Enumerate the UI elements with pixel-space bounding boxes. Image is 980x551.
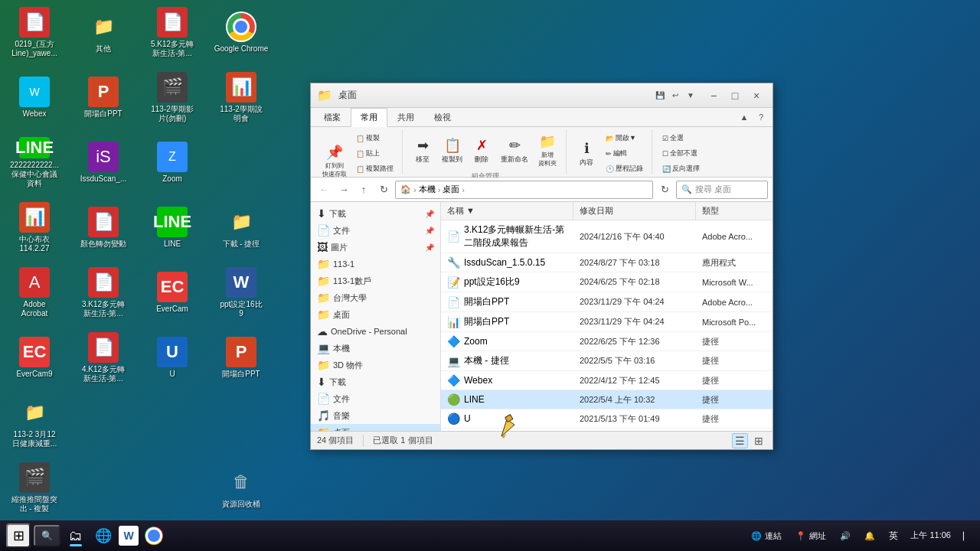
sidebar-item-113-1-num[interactable]: 📁 113-1數戶: [311, 272, 440, 289]
search-bar[interactable]: 🔍 搜尋 桌面: [676, 181, 768, 199]
large-icons-view-btn[interactable]: ⊞: [751, 433, 766, 448]
desktop-icon-acrobat[interactable]: A AdobeAcrobat: [4, 264, 65, 321]
desktop-icon-color-change[interactable]: 📄 顏色轉勿變動: [73, 199, 134, 256]
sidebar-item-docs2[interactable]: 📄 文件: [311, 390, 440, 407]
desktop-icon-0219[interactable]: 📄 0219_(互方Line)_yawe...: [4, 4, 65, 61]
desktop-icon-webex[interactable]: W Webex: [4, 69, 65, 126]
ribbon-tab-home[interactable]: 常用: [351, 108, 387, 127]
taskbar-network[interactable]: 🌐 連結: [746, 530, 786, 542]
file-row[interactable]: 📝 ppt設定16比9 2024/6/25 下午 02:18 Microsoft…: [441, 272, 773, 292]
desktop-icon-u[interactable]: U U: [142, 329, 203, 386]
history-btn[interactable]: 🕐歷程記錄: [602, 161, 647, 176]
desktop-icon-download-link[interactable]: 📁 下載 - 捷徑: [211, 199, 272, 256]
taskbar-file-explorer[interactable]: 🗂: [64, 523, 88, 548]
quick-undo-btn[interactable]: ↩: [668, 89, 682, 103]
taskbar-location[interactable]: 📍 網址: [791, 530, 831, 542]
sidebar-item-music[interactable]: 🎵 音樂: [311, 407, 440, 424]
sidebar-item-3d[interactable]: 📁 3D 物件: [311, 357, 440, 373]
taskbar-clock[interactable]: 上午 11:06: [907, 530, 954, 541]
move-to-btn[interactable]: ➡ 移至: [409, 135, 436, 167]
up-button[interactable]: ↑: [355, 181, 372, 198]
desktop-icon-chrome[interactable]: Google Chrome: [211, 4, 272, 61]
details-view-btn[interactable]: ☰: [732, 433, 748, 448]
invert-select-btn[interactable]: 🔄反向選擇: [658, 161, 704, 176]
delete-btn[interactable]: ✗ 刪除: [468, 135, 495, 167]
desktop-icon-kaichang-ppt[interactable]: P 開場白PPT: [73, 69, 134, 126]
back-button[interactable]: ←: [315, 181, 332, 198]
file-row[interactable]: 📄 3.K12多元轉輾新生活-第二階段成果報告 2024/12/16 下午 04…: [441, 220, 773, 253]
sidebar-item-documents[interactable]: 📄 文件 📌: [311, 222, 440, 239]
desktop-icon-evercam[interactable]: EC EverCam: [142, 264, 203, 321]
desktop-icon-zoom[interactable]: Z Zoom: [142, 134, 203, 191]
ribbon-tab-view[interactable]: 檢視: [424, 108, 461, 127]
new-folder-btn[interactable]: 📁 新增資料夾: [534, 131, 561, 170]
sidebar-item-113-1[interactable]: 📁 113-1: [311, 256, 440, 272]
start-button[interactable]: ⊞: [6, 523, 31, 548]
sidebar-item-dl[interactable]: ⬇ 下載: [311, 373, 440, 390]
file-row[interactable]: 🔧 IssduScan_1.5.0.15 2024/8/27 下午 03:18 …: [441, 253, 773, 272]
ribbon-tab-file[interactable]: 檔案: [314, 108, 351, 127]
desktop-icon-other-folder[interactable]: 📁 其他: [73, 4, 134, 61]
file-row[interactable]: 🔷 Zoom 2022/6/25 下午 12:36 捷徑: [441, 332, 773, 351]
sidebar-item-pictures[interactable]: 🖼 圖片 📌: [311, 239, 440, 256]
taskbar-word[interactable]: W: [119, 526, 139, 546]
desktop-icon-k12-5[interactable]: 📄 5.K12多元轉新生活-第...: [142, 4, 203, 61]
forward-button[interactable]: →: [335, 181, 352, 198]
desktop-icon-recycle-bin[interactable]: 🗑 資源回收桶: [211, 459, 272, 517]
close-button[interactable]: ×: [746, 88, 766, 103]
open-btn[interactable]: 📂開啟▼: [602, 131, 647, 145]
sidebar-item-desktop-selected[interactable]: 📁 桌面: [311, 424, 440, 431]
rename-btn[interactable]: ✏ 重新命名: [497, 135, 532, 167]
desktop-icon-k12-4[interactable]: 📄 4.K12多元轉新生活-第...: [73, 329, 134, 386]
sidebar-item-desktop[interactable]: 📁 桌面: [311, 306, 440, 323]
minimize-button[interactable]: −: [704, 88, 724, 103]
pin-to-quickaccess-btn[interactable]: 📌 釘到到快速存取: [318, 142, 351, 181]
header-type[interactable]: 類型: [696, 202, 773, 220]
properties-btn[interactable]: ℹ 內容: [573, 138, 600, 170]
file-row[interactable]: 📊 開場白PPT 2023/11/29 下午 04:24 Microsoft P…: [441, 312, 773, 332]
copy-to-btn[interactable]: 📋 複製到: [438, 135, 466, 167]
file-row[interactable]: 💻 本機 - 捷徑 2022/5/5 下午 03:16 捷徑: [441, 351, 773, 371]
search-button[interactable]: 🔍: [34, 525, 60, 546]
sidebar-item-taiwan-univ[interactable]: 📁 台灣大學: [311, 289, 440, 306]
taskbar-volume[interactable]: 🔊: [835, 531, 855, 541]
desktop-icon-ppt-16-9[interactable]: W ppt設定16比9: [211, 264, 272, 321]
desktop-icon-issdu[interactable]: iS IssduScan_...: [73, 134, 134, 191]
file-row[interactable]: 🔷 Webex 2022/4/12 下午 12:45 捷徑: [441, 371, 773, 390]
taskbar-chrome[interactable]: [142, 523, 166, 548]
header-modified[interactable]: 修改日期: [573, 202, 696, 220]
desktop-icon-kaichang-ppt2[interactable]: P 開場白PPT: [211, 329, 272, 386]
file-row-line[interactable]: 🟢 LINE 2022/5/4 上午 10:32 捷徑: [441, 390, 773, 409]
address-refresh-btn[interactable]: ↻: [656, 181, 673, 198]
desktop-icon-line[interactable]: LINE LINE: [142, 199, 203, 256]
sidebar-item-this-pc[interactable]: 💻 本機: [311, 340, 440, 357]
refresh-button[interactable]: ↻: [375, 181, 392, 198]
copy-btn[interactable]: 📋複製: [352, 131, 397, 145]
deselect-all-btn[interactable]: ☐全部不選: [658, 146, 704, 161]
quick-access-btn[interactable]: 💾: [653, 89, 667, 103]
taskbar-show-desktop[interactable]: ▏: [959, 532, 974, 540]
sidebar-item-download[interactable]: ⬇ 下載 📌: [311, 205, 440, 222]
help-btn[interactable]: ?: [753, 109, 769, 126]
file-row[interactable]: 🔵 U 2021/5/13 下午 01:49 捷徑: [441, 409, 773, 429]
ribbon-collapse-btn[interactable]: ▲: [736, 109, 753, 126]
address-bar[interactable]: 🏠 › 本機 › 桌面 ›: [395, 181, 653, 199]
ribbon-tab-share[interactable]: 共用: [387, 108, 424, 127]
quick-more-btn[interactable]: ▼: [684, 89, 697, 103]
paste-btn[interactable]: 📋貼上: [352, 146, 397, 161]
desktop-icon-2222-line[interactable]: LINE 2222222222...保健中心會議資料: [4, 134, 65, 191]
desktop-icon-evercam9[interactable]: EC EverCam9: [4, 329, 65, 386]
taskbar-notification[interactable]: 🔔: [860, 531, 880, 541]
desktop-icon-spine[interactable]: 🎬 縮推推間盤突出 - 複製: [4, 459, 65, 517]
header-name[interactable]: 名稱 ▼: [441, 202, 573, 220]
desktop-icon-center[interactable]: 📊 中心布衣114.2.27: [4, 199, 65, 256]
desktop-icon-k12-3[interactable]: 📄 3.K12多元轉新生活-第...: [73, 264, 134, 321]
taskbar-language[interactable]: 英: [884, 528, 903, 544]
desktop-icon-meeting-113-2[interactable]: 📊 113-2學期說明會: [211, 69, 272, 126]
edit-btn[interactable]: ✏編輯: [602, 146, 647, 161]
desktop-icon-video-113-2[interactable]: 🎬 113-2學期影片(勿刪): [142, 69, 203, 126]
select-all-btn[interactable]: ☑全選: [658, 131, 704, 145]
maximize-button[interactable]: □: [725, 88, 745, 103]
sidebar-item-onedrive[interactable]: ☁ OneDrive - Personal: [311, 323, 440, 340]
copy-path-btn[interactable]: 📋複製路徑: [352, 161, 397, 176]
